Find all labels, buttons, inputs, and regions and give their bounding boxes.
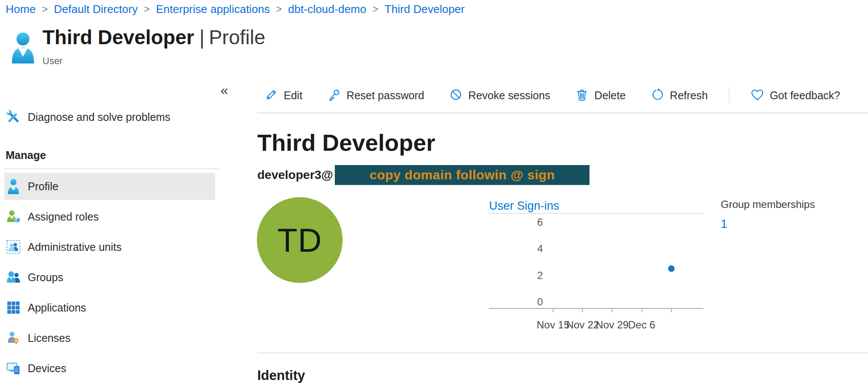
chart-x-tick-label: Nov 22 [566, 319, 599, 331]
user-signins-plot: 0246Nov 15Nov 22Nov 29Dec 6 [489, 199, 703, 334]
sidebar-item-label: Diagnose and solve problems [28, 111, 170, 123]
sidebar-item-licenses[interactable]: Licenses [4, 325, 215, 351]
key-icon [327, 88, 341, 103]
breadcrumb-separator: > [42, 3, 48, 15]
breadcrumb-separator: > [144, 3, 150, 15]
chart-y-tick-label: 4 [537, 243, 543, 255]
breadcrumb-link-home[interactable]: Home [6, 3, 36, 16]
chart-x-tick [612, 308, 612, 312]
signin-data-point [668, 266, 674, 272]
user-signins-chart: User Sign-ins 0246Nov 15Nov 22Nov 29Dec … [489, 199, 703, 334]
block-icon [449, 88, 463, 103]
chart-x-tick [582, 308, 583, 312]
sidebar-item-label: Applications [28, 302, 86, 314]
chart-y-tick-label: 6 [537, 216, 543, 228]
sidebar-item-label: Licenses [28, 332, 71, 344]
chart-y-tick-label: 0 [537, 296, 543, 308]
refresh-button[interactable]: Refresh [638, 88, 721, 103]
profile-person-icon [6, 178, 21, 195]
sidebar-collapse-button[interactable]: « [218, 81, 231, 99]
page-header: Third Developer|Profile User [10, 25, 266, 67]
sidebar-item-applications[interactable]: Applications [4, 294, 215, 321]
sidebar-item-devices[interactable]: Devices [4, 355, 215, 382]
group-memberships-label: Group memberships [721, 198, 815, 211]
sidebar-item-label: Groups [28, 271, 63, 284]
revoke-sessions-button-label: Revoke sessions [468, 89, 550, 102]
sidebar-item-profile[interactable]: Profile [4, 173, 215, 200]
refresh-icon [651, 88, 664, 103]
heart-icon [751, 88, 764, 103]
sidebar-item-label: Administrative units [28, 241, 122, 253]
user-email-prefix: developer3@ [257, 168, 333, 182]
toolbar-divider [729, 88, 729, 103]
breadcrumb-link-third-developer[interactable]: Third Developer [385, 3, 465, 16]
azure-user-profile-page: Home > Default Directory > Enterprise ap… [0, 0, 868, 383]
assigned-roles-icon [6, 208, 21, 225]
identity-section-heading: Identity [257, 368, 305, 383]
licenses-icon [6, 330, 21, 346]
edit-button-label: Edit [284, 89, 302, 102]
user-display-name: Third Developer [257, 129, 435, 156]
sidebar-item-assigned-roles[interactable]: Assigned roles [4, 203, 215, 230]
sidebar-section-label: Manage [4, 149, 215, 162]
breadcrumb-link-dbt-cloud-demo[interactable]: dbt-cloud-demo [288, 3, 366, 16]
chart-x-tick-label: Dec 6 [628, 319, 655, 331]
email-redaction-overlay: copy domain followin @ sign [335, 165, 589, 185]
revoke-sessions-button[interactable]: Revoke sessions [437, 88, 563, 103]
chart-x-tick [553, 308, 554, 312]
refresh-button-label: Refresh [670, 89, 708, 102]
reset-password-button[interactable]: Reset password [315, 88, 437, 103]
edit-button[interactable]: Edit [257, 88, 315, 103]
page-title-suffix: Profile [209, 26, 265, 49]
page-subtitle: User [42, 55, 266, 67]
sidebar-divider [4, 169, 219, 169]
chart-x-tick [641, 308, 642, 312]
sidebar-item-diagnose[interactable]: Diagnose and solve problems [4, 105, 215, 129]
chart-y-tick-label: 2 [537, 269, 543, 282]
sidebar-item-label: Devices [28, 362, 66, 375]
user-email-line: developer3@ copy domain followin @ sign [257, 165, 589, 185]
got-feedback-button-label: Got feedback? [770, 89, 840, 102]
devices-icon [6, 360, 21, 377]
command-toolbar: Edit Reset password Revoke sessions [257, 84, 853, 107]
breadcrumb-link-default-directory[interactable]: Default Directory [54, 3, 138, 16]
tools-icon [6, 109, 21, 125]
sidebar-item-label: Assigned roles [28, 211, 99, 223]
group-memberships-count[interactable]: 1 [721, 217, 727, 231]
delete-button-label: Delete [594, 89, 625, 102]
groups-icon [6, 269, 21, 286]
page-title-name: Third Developer [42, 26, 194, 49]
sidebar-item-label: Profile [28, 180, 58, 193]
breadcrumb: Home > Default Directory > Enterprise ap… [6, 3, 465, 16]
group-memberships: Group memberships 1 [721, 198, 815, 231]
administrative-units-icon [6, 239, 21, 255]
breadcrumb-link-enterprise-applications[interactable]: Enterprise applications [156, 3, 270, 16]
reset-password-button-label: Reset password [347, 89, 424, 102]
trash-icon [575, 88, 589, 103]
sidebar-item-administrative-units[interactable]: Administrative units [4, 234, 215, 260]
sidebar-menu: Profile Assigned roles [4, 173, 215, 382]
page-title-separator: | [199, 26, 204, 49]
sidebar-item-groups[interactable]: Groups [4, 264, 215, 291]
chart-x-tick-label: Nov 29 [596, 319, 628, 331]
pencil-icon [265, 88, 278, 103]
toolbar-rule [257, 113, 868, 113]
chart-x-tick [671, 308, 672, 312]
profile-avatar: TD [257, 197, 343, 283]
user-person-icon [10, 31, 36, 64]
identity-section-rule [257, 353, 868, 353]
sidebar: Diagnose and solve problems Manage Profi… [4, 105, 215, 382]
breadcrumb-separator: > [372, 3, 379, 15]
page-title: Third Developer|Profile [42, 25, 266, 49]
got-feedback-button[interactable]: Got feedback? [738, 88, 853, 103]
applications-grid-icon [6, 299, 21, 316]
chart-x-tick-label: Nov 15 [537, 319, 570, 331]
delete-button[interactable]: Delete [563, 88, 638, 103]
breadcrumb-separator: > [276, 3, 282, 15]
